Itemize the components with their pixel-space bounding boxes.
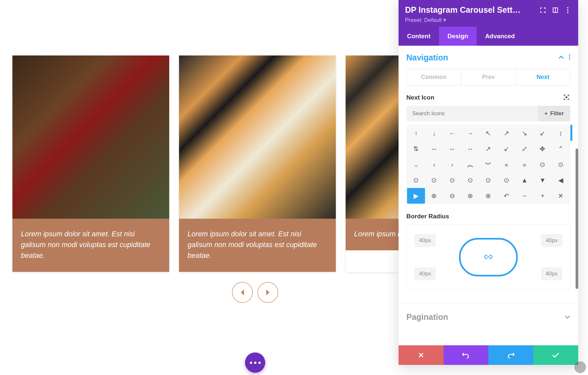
icon-option[interactable]: ↗: [479, 141, 497, 157]
undo-button[interactable]: [444, 345, 489, 365]
card-image: [179, 55, 336, 219]
icon-option[interactable]: ⊙: [443, 172, 461, 188]
carousel-card: Lorem ipsum dolor sit amet. Est nisi gal…: [12, 55, 169, 272]
panel-header: DP Instagram Carousel Sett… Preset: Defa…: [399, 0, 578, 27]
filter-button[interactable]: + Filter: [538, 106, 571, 121]
preset-selector[interactable]: Preset: Default ▾: [405, 17, 572, 23]
panel-title: DP Instagram Carousel Sett…: [405, 5, 534, 15]
chevron-up-icon: [558, 55, 564, 61]
icon-option[interactable]: ✥: [533, 141, 551, 157]
section-pagination[interactable]: Pagination: [399, 303, 578, 331]
radius-bottom-left[interactable]: 40px: [415, 267, 436, 280]
responsive-icon[interactable]: [563, 94, 570, 101]
icon-option[interactable]: ◀: [552, 172, 570, 188]
icon-option[interactable]: ›: [443, 157, 461, 172]
navigation-subtabs: Common Prev Next: [406, 69, 570, 86]
icon-option[interactable]: «: [498, 157, 515, 172]
radius-top-left[interactable]: 40px: [415, 234, 436, 247]
icon-option[interactable]: ⊙: [425, 172, 443, 188]
icon-option[interactable]: ⌵: [407, 157, 425, 172]
icon-option[interactable]: ⊕: [425, 188, 443, 204]
icon-option[interactable]: ⊙: [498, 172, 515, 188]
icon-grid-scrollbar[interactable]: [570, 125, 572, 141]
icon-option[interactable]: ▼: [533, 172, 551, 188]
panel-scrollbar[interactable]: [576, 148, 578, 289]
columns-icon[interactable]: [551, 6, 559, 14]
svg-point-5: [569, 54, 570, 55]
chevron-down-icon: [564, 314, 570, 320]
icon-option[interactable]: ︾: [479, 157, 497, 172]
save-button[interactable]: [533, 345, 579, 365]
section-navigation: Navigation Common Prev Next Next Icon +: [399, 46, 578, 293]
icon-option[interactable]: ⊙: [552, 157, 570, 172]
settings-panel: DP Instagram Carousel Sett… Preset: Defa…: [399, 0, 578, 365]
dots-icon: [250, 362, 261, 364]
fab-more-button[interactable]: [245, 352, 265, 373]
radius-top-right[interactable]: 40px: [541, 234, 562, 247]
tab-design[interactable]: Design: [439, 27, 477, 46]
icon-option[interactable]: ↙: [498, 141, 515, 157]
icon-option[interactable]: ↔: [425, 141, 443, 157]
prev-button[interactable]: [232, 282, 253, 303]
icon-option[interactable]: →: [461, 125, 479, 141]
icon-option[interactable]: ↖: [479, 125, 497, 141]
search-input[interactable]: [406, 106, 538, 121]
redo-button[interactable]: [488, 345, 533, 365]
svg-point-6: [569, 56, 570, 58]
panel-footer: [399, 345, 578, 365]
next-icon-label: Next Icon: [406, 94, 434, 101]
icon-option[interactable]: ↔: [461, 141, 479, 157]
link-icon[interactable]: [484, 253, 493, 261]
icon-option[interactable]: ︽: [461, 157, 479, 172]
svg-point-7: [569, 58, 570, 60]
svg-point-4: [567, 12, 568, 13]
radius-preview: [459, 238, 518, 276]
icon-option[interactable]: ⊕: [461, 188, 479, 204]
icon-grid: ↑↓←→↖↗↘↙↕⇅↔↔↔↗↙⤢✥⌃⌵‹›︽︾«»⊙⊙⊙⊙⊙⊙⊙⊙▲▼◀▶⊕⊖⊕…: [406, 125, 570, 204]
icon-option[interactable]: +: [533, 188, 551, 204]
icon-option[interactable]: ⊙: [533, 157, 551, 172]
expand-icon[interactable]: [539, 6, 547, 14]
subtab-common[interactable]: Common: [407, 69, 461, 85]
cancel-button[interactable]: [399, 345, 444, 365]
subtab-next[interactable]: Next: [516, 69, 570, 85]
panel-tabs: Content Design Advanced: [399, 27, 578, 46]
icon-option[interactable]: ⊙: [461, 172, 479, 188]
kebab-icon[interactable]: [564, 6, 572, 14]
icon-option[interactable]: ↔: [443, 141, 461, 157]
icon-option[interactable]: ⊙: [407, 172, 425, 188]
icon-option[interactable]: ↘: [515, 125, 533, 141]
icon-option[interactable]: ⌃: [552, 141, 570, 157]
kebab-icon[interactable]: [569, 54, 570, 61]
carousel-card: Lorem ipsum dolor sit amet. Est nisi gal…: [179, 55, 336, 272]
icon-option[interactable]: ↕: [552, 125, 570, 141]
icon-option[interactable]: ⤢: [515, 141, 533, 157]
icon-option[interactable]: ↑: [407, 125, 425, 141]
panel-body: Navigation Common Prev Next Next Icon +: [399, 46, 578, 345]
subtab-prev[interactable]: Prev: [461, 69, 516, 85]
border-radius-control: 40px 40px 40px 40px: [406, 225, 570, 290]
icon-option[interactable]: ✕: [552, 188, 570, 204]
icon-option[interactable]: ‹: [425, 157, 443, 172]
icon-option[interactable]: ⊙: [479, 172, 497, 188]
icon-option[interactable]: −: [515, 188, 533, 204]
icon-option[interactable]: ↓: [425, 125, 443, 141]
icon-option[interactable]: ↙: [533, 125, 551, 141]
tab-advanced[interactable]: Advanced: [477, 27, 523, 46]
icon-option[interactable]: ⊕: [479, 188, 497, 204]
icon-option[interactable]: ⊖: [443, 188, 461, 204]
section-header[interactable]: Navigation: [406, 53, 570, 62]
radius-bottom-right[interactable]: 40px: [541, 267, 562, 280]
icon-option[interactable]: ▲: [515, 172, 533, 188]
icon-option[interactable]: ⇅: [407, 141, 425, 157]
corner-badge: [574, 361, 586, 373]
tab-content[interactable]: Content: [399, 27, 439, 46]
svg-point-8: [566, 97, 567, 98]
icon-option[interactable]: ↶: [498, 188, 515, 204]
next-button[interactable]: [257, 282, 278, 303]
icon-option[interactable]: ▶: [407, 188, 425, 204]
icon-option[interactable]: ←: [443, 125, 461, 141]
icon-option[interactable]: ↗: [498, 125, 515, 141]
icon-option[interactable]: »: [515, 157, 533, 172]
card-caption: Lorem ipsum dolor sit amet. Est nisi gal…: [179, 219, 336, 272]
